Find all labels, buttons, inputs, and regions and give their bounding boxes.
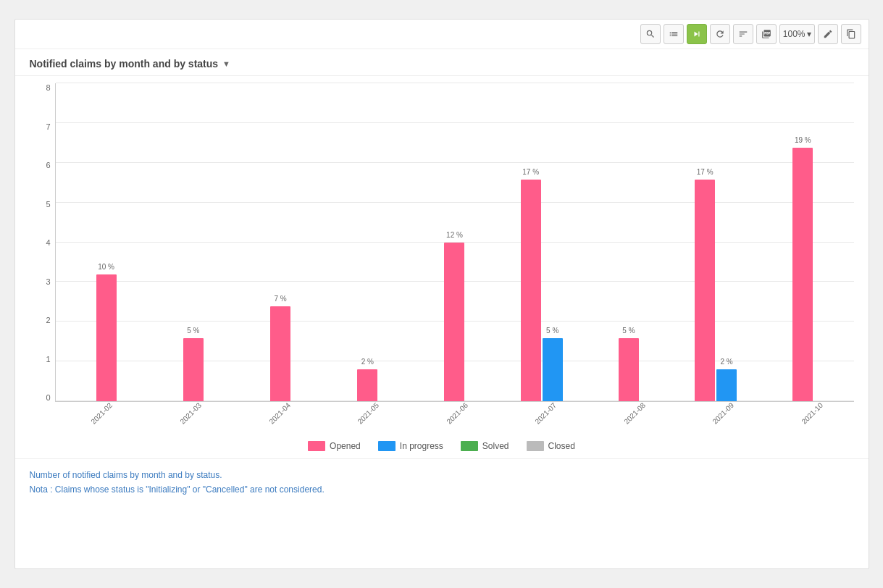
bar-inprogress: [543, 338, 563, 402]
bar-wrap: 5 %: [543, 338, 563, 402]
month-group: 5 %: [585, 338, 672, 402]
bars-container: 10 %5 %7 %2 %12 %17 %5 %5 %17 %2 %19 %: [56, 83, 854, 401]
x-label-wrap: 2021-02: [55, 402, 144, 431]
legend-color-opened: [308, 441, 325, 451]
y-label-3: 3: [46, 277, 50, 286]
edit-button[interactable]: [818, 24, 838, 44]
chart-header: Notified claims by month and by status ▼: [15, 49, 869, 76]
bar-label: 17 %: [522, 168, 539, 176]
x-label-wrap: 2021-05: [321, 402, 410, 431]
x-label-wrap: 2021-04: [233, 402, 322, 431]
legend-color-inprogress: [378, 441, 396, 451]
x-label: 2021-08: [622, 401, 647, 426]
month-group: 5 %: [150, 338, 237, 402]
zoom-value: 100%: [783, 29, 805, 39]
bar-inprogress: [716, 369, 737, 401]
x-label-wrap: 2021-10: [765, 402, 854, 431]
x-label: 2021-03: [178, 401, 203, 426]
x-label: 2021-10: [800, 401, 824, 426]
bar-wrap: 12 %: [444, 243, 464, 401]
bar-wrap: 17 %: [695, 180, 715, 401]
bar-label: 5 %: [622, 327, 635, 335]
legend-item-closed: Closed: [527, 441, 575, 451]
bar-wrap: 2 %: [716, 369, 737, 401]
chart-wrapper: 8 7 6 5 4 3 2 1 0 10 %5 %7 %2 %12 %17 %5…: [30, 83, 854, 431]
bar-opened: [357, 369, 377, 401]
bar-label: 19 %: [795, 136, 811, 144]
zoom-select[interactable]: 100% ▾: [779, 24, 815, 44]
chart-title: Notified claims by month and by status ▼: [30, 58, 854, 70]
legend-label-closed: Closed: [548, 441, 575, 451]
bar-label: 2 %: [721, 358, 733, 366]
export-button[interactable]: [756, 24, 777, 44]
bar-label: 17 %: [697, 168, 713, 176]
bar-wrap: 2 %: [357, 369, 377, 401]
x-axis: 2021-022021-032021-042021-052021-062021-…: [55, 402, 854, 431]
bar-wrap: 5 %: [619, 338, 639, 402]
bar-wrap: 10 %: [96, 274, 117, 401]
bar-label: 5 %: [546, 327, 558, 335]
month-group: 19 %: [759, 148, 846, 401]
legend-color-solved: [461, 441, 478, 451]
refresh-button[interactable]: [710, 24, 730, 44]
legend-item-inprogress: In progress: [378, 441, 443, 451]
x-label: 2021-06: [445, 401, 469, 426]
sort-button[interactable]: [733, 24, 753, 44]
toolbar: 100% ▾: [15, 20, 869, 49]
y-label-4: 4: [46, 238, 50, 247]
y-label-7: 7: [46, 122, 50, 131]
month-group: 10 %: [63, 274, 150, 401]
chart-card: 100% ▾ Notified claims by month and by s…: [14, 19, 869, 569]
x-label: 2021-09: [711, 401, 736, 426]
bar-opened: [792, 148, 813, 401]
x-label: 2021-05: [356, 401, 380, 426]
list-button[interactable]: [664, 24, 684, 44]
bar-wrap: 5 %: [183, 338, 204, 402]
y-label-5: 5: [46, 200, 50, 209]
y-label-1: 1: [46, 355, 50, 364]
bar-opened: [619, 338, 639, 402]
zoom-button[interactable]: [640, 24, 661, 44]
x-label-wrap: 2021-06: [410, 402, 499, 431]
month-group: 2 %: [324, 369, 411, 401]
bar-wrap: 19 %: [792, 148, 813, 401]
x-label: 2021-07: [534, 401, 558, 426]
y-label-8: 8: [46, 83, 50, 92]
y-label-6: 6: [46, 161, 50, 169]
bar-opened: [96, 274, 117, 401]
zoom-chevron: ▾: [807, 29, 811, 39]
month-group: 17 %5 %: [498, 180, 585, 401]
bar-wrap: 17 %: [521, 180, 541, 401]
bar-opened: [444, 243, 464, 401]
month-group: 7 %: [237, 306, 324, 401]
y-label-2: 2: [46, 316, 50, 324]
x-label: 2021-04: [267, 401, 292, 426]
y-axis: 8 7 6 5 4 3 2 1 0: [30, 83, 55, 402]
x-label-wrap: 2021-09: [676, 402, 765, 431]
bar-label: 2 %: [361, 358, 374, 366]
bar-opened: [521, 180, 541, 401]
chart-dropdown-icon[interactable]: ▼: [222, 59, 230, 68]
legend-item-solved: Solved: [461, 441, 509, 451]
x-label: 2021-02: [90, 401, 114, 426]
month-group: 12 %: [411, 243, 498, 401]
copy-button[interactable]: [841, 24, 861, 44]
y-label-0: 0: [46, 393, 50, 402]
month-group: 17 %2 %: [672, 180, 759, 401]
chart-plot: 10 %5 %7 %2 %12 %17 %5 %5 %17 %2 %19 %: [55, 83, 854, 402]
footer-line1: Number of notified claims by month and b…: [30, 468, 854, 482]
bar-label: 10 %: [98, 263, 114, 271]
bar-label: 7 %: [274, 295, 286, 303]
legend-label-opened: Opened: [330, 441, 361, 451]
legend-item-opened: Opened: [308, 441, 361, 451]
bar-label: 5 %: [187, 327, 199, 335]
x-label-wrap: 2021-03: [143, 402, 233, 431]
footer-line2: Nota : Claims whose status is "Initializ…: [30, 482, 854, 497]
x-label-wrap: 2021-07: [498, 402, 587, 431]
bar-label: 12 %: [446, 231, 463, 239]
legend: OpenedIn progressSolvedClosed: [30, 431, 854, 458]
forward-button[interactable]: [687, 24, 707, 44]
bar-opened: [270, 306, 290, 401]
legend-color-closed: [527, 441, 544, 451]
bar-opened: [183, 338, 204, 402]
